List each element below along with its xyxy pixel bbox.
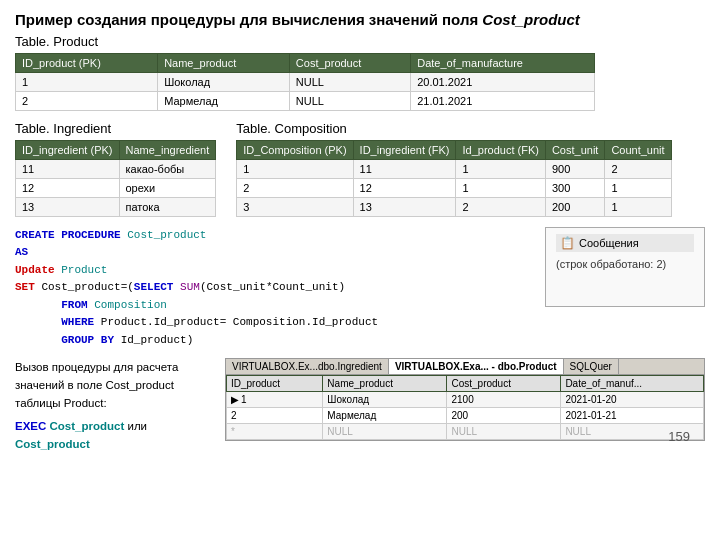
messages-label: Сообщения [579,237,639,249]
page-number: 159 [668,429,690,444]
result-panel: VIRTUALBOX.Ex...dbo.IngredientVIRTUALBOX… [225,358,705,441]
result-tab-0[interactable]: VIRTUALBOX.Ex...dbo.Ingredient [226,359,389,374]
table-ingredient: ID_ingredient (PK)Name_ingredient 11кака… [15,140,216,217]
table-ingredient-label: Table. Ingredient [15,121,216,136]
result-tabs: VIRTUALBOX.Ex...dbo.IngredientVIRTUALBOX… [226,359,704,375]
proc-name-1b: Cost_product [50,420,125,432]
result-table: ID_productName_productCost_productDate_o… [226,375,704,440]
table-product-label: Table. Product [15,34,705,49]
messages-icon: 📋 [560,236,575,250]
or-word: или [127,420,147,432]
messages-body: (строк обработано: 2) [556,258,694,270]
table-product: ID_product (PK)Name_productCost_productD… [15,53,705,111]
result-tab-2[interactable]: SQLQuer [564,359,619,374]
messages-panel: 📋 Сообщения (строк обработано: 2) [545,227,705,307]
bottom-intro: Вызов процедуры для расчета значений в п… [15,358,215,413]
messages-title-bar: 📋 Сообщения [556,234,694,252]
bottom-text: Вызов процедуры для расчета значений в п… [15,358,215,454]
exec-keyword: EXEC [15,420,46,432]
code-block: CREATE PROCEDURE Cost_productASUpdate Pr… [15,227,535,350]
result-tab-1[interactable]: VIRTUALBOX.Exa... - dbo.Product [389,359,564,374]
proc-name-2b: Cost_product [15,438,90,450]
table-composition-label: Table. Composition [236,121,671,136]
table-composition: ID_Composition (PK)ID_ingredient (FK)Id_… [236,140,671,217]
main-title: Пример создания процедуры для вычисления… [15,10,705,30]
